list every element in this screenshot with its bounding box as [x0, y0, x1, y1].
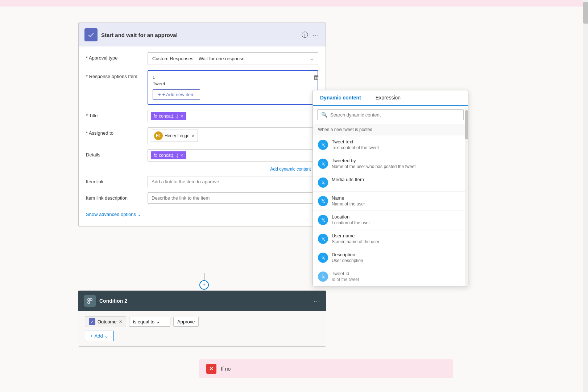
item-name: Tweet text: [332, 139, 463, 144]
list-item[interactable]: 𝕏 User name Screen name of the user: [313, 229, 468, 248]
plus-icon: +: [202, 282, 206, 288]
add-dynamic-button[interactable]: Add dynamic content +: [270, 167, 318, 172]
title-row: * Title fx concat(...) ✕: [86, 110, 318, 122]
top-bar-hint: [0, 0, 583, 7]
delete-icon[interactable]: 🗑: [313, 74, 320, 81]
connector-line-top: [204, 273, 204, 280]
outcome-close[interactable]: ✕: [119, 319, 122, 324]
item-name: Name: [332, 195, 463, 201]
response-item-number: 1: [153, 75, 313, 79]
item-name: User name: [332, 233, 463, 238]
panel-scroll-thumb: [465, 110, 468, 139]
panel-section-header: When a new tweet is posted: [313, 124, 468, 135]
search-input[interactable]: [330, 112, 460, 118]
panel-scrollbar[interactable]: [465, 109, 468, 286]
item-link-input[interactable]: [148, 176, 318, 187]
item-content: Description User description: [332, 252, 463, 263]
page-scrollbar[interactable]: [583, 0, 588, 392]
twitter-icon: 𝕏: [318, 177, 328, 188]
canvas: Start and wait for an approval ⓘ ⋯ * App…: [0, 0, 583, 392]
item-name: Location: [332, 214, 463, 220]
title-label: * Title: [86, 110, 144, 118]
assigned-to-token[interactable]: HL Henry Legge ✕: [151, 130, 198, 142]
approval-card: Start and wait for an approval ⓘ ⋯ * App…: [78, 23, 326, 226]
list-item[interactable]: 𝕏 Tweet id Id of the tweet: [313, 267, 468, 286]
twitter-icon: 𝕏: [318, 159, 328, 169]
item-desc: Name of the user who has posted the twee…: [332, 164, 463, 169]
search-box: 🔍: [317, 109, 464, 120]
add-icon: +: [90, 333, 93, 339]
details-fx-token[interactable]: fx concat(...) ✕: [151, 151, 186, 159]
add-item-button[interactable]: + + Add new item: [153, 89, 200, 100]
condition-body: Outcome ✕ is equal to ⌄ Approve + Add ⌄: [78, 311, 326, 346]
list-item[interactable]: 𝕏 Location Location of the user: [313, 211, 468, 229]
card-header-right: ⓘ ⋯: [302, 30, 320, 39]
item-content: Location Location of the user: [332, 214, 463, 225]
show-advanced-button[interactable]: Show advanced options ⌄: [86, 209, 318, 220]
assigned-to-row: * Assigned to HL Henry Legge ✕: [86, 127, 318, 144]
response-options-box: 1 Tweet + + Add new item: [148, 70, 318, 105]
item-content: User name Screen name of the user: [332, 233, 463, 244]
title-token-close[interactable]: ✕: [180, 114, 183, 119]
list-item[interactable]: 𝕏 Media urls Item: [313, 173, 468, 192]
item-desc: Screen name of the user: [332, 239, 463, 244]
add-step-button[interactable]: +: [199, 280, 209, 290]
item-name: Description: [332, 252, 463, 257]
search-icon: 🔍: [321, 112, 327, 118]
item-name: Media urls Item: [332, 177, 463, 182]
card-title: Start and wait for an approval: [101, 32, 178, 38]
tab-expression[interactable]: Expression: [368, 90, 408, 105]
add-chevron-icon: ⌄: [104, 333, 108, 339]
user-avatar: HL: [154, 131, 163, 140]
details-token-close[interactable]: ✕: [180, 153, 183, 158]
add-row-button[interactable]: + Add ⌄: [85, 331, 114, 341]
item-link-desc-input[interactable]: [148, 192, 318, 204]
if-no-x-icon: ✕: [206, 364, 216, 374]
list-item[interactable]: 𝕏 Description User description: [313, 248, 468, 267]
item-content: Media urls Item: [332, 177, 463, 183]
assigned-to-value: Henry Legge: [165, 133, 190, 138]
item-content: Tweeted by Name of the user who has post…: [332, 158, 463, 169]
approval-type-dropdown[interactable]: Custom Responses – Wait for one response…: [148, 52, 318, 65]
add-item-label: + Add new item: [162, 92, 195, 97]
dynamic-panel: Dynamic content Expression 🔍 When a new …: [312, 90, 468, 286]
details-row: Details fx concat(...) ✕: [86, 149, 318, 162]
assigned-to-close[interactable]: ✕: [191, 134, 195, 138]
card-body: * Approval type Custom Responses – Wait …: [79, 46, 326, 226]
if-no-label: If no: [221, 366, 231, 372]
list-item[interactable]: 𝕏 Name Name of the user: [313, 192, 468, 211]
condition-row: Outcome ✕ is equal to ⌄ Approve: [85, 316, 319, 327]
twitter-icon: 𝕏: [318, 215, 328, 225]
twitter-icon: 𝕏: [318, 253, 328, 263]
item-link-desc-label: Item link description: [86, 192, 144, 201]
info-icon[interactable]: ⓘ: [302, 30, 308, 39]
item-desc: User description: [332, 258, 463, 263]
tab-dynamic-content[interactable]: Dynamic content: [313, 90, 368, 106]
chevron-down-icon: ⌄: [137, 212, 141, 217]
twitter-icon: 𝕏: [318, 196, 328, 206]
fx-icon: fx: [154, 114, 157, 119]
title-fx-token[interactable]: fx concat(...) ✕: [151, 112, 186, 120]
item-content: Tweet id Id of the tweet: [332, 271, 463, 282]
item-link-desc-row: Item link description: [86, 192, 318, 204]
add-dynamic-label: Add dynamic content: [270, 167, 311, 172]
twitter-icon: 𝕏: [318, 234, 328, 244]
add-label: Add: [95, 333, 103, 339]
item-content: Tweet text Text content of the tweet: [332, 139, 463, 150]
list-item[interactable]: 𝕏 Tweet text Text content of the tweet: [313, 135, 468, 154]
approve-value: Approve: [173, 317, 199, 327]
condition-title: Condition 2: [99, 298, 127, 304]
more-options-icon[interactable]: ⋯: [312, 31, 320, 39]
item-link-row: Item link: [86, 176, 318, 187]
plus-icon: +: [158, 92, 161, 97]
equals-label: is equal to: [133, 319, 154, 324]
list-item[interactable]: 𝕏 Tweeted by Name of the user who has po…: [313, 154, 468, 173]
if-no-section: ✕ If no: [199, 359, 453, 378]
show-advanced-label: Show advanced options: [86, 212, 136, 217]
response-options-row: * Response options Item 1 Tweet + + Add …: [86, 70, 318, 105]
outcome-chip[interactable]: Outcome ✕: [85, 316, 126, 327]
item-desc: Id of the tweet: [332, 277, 463, 282]
item-name: Tweet id: [332, 271, 463, 276]
equals-dropdown[interactable]: is equal to ⌄: [129, 317, 170, 327]
condition-dots-icon[interactable]: ⋯: [314, 297, 320, 305]
